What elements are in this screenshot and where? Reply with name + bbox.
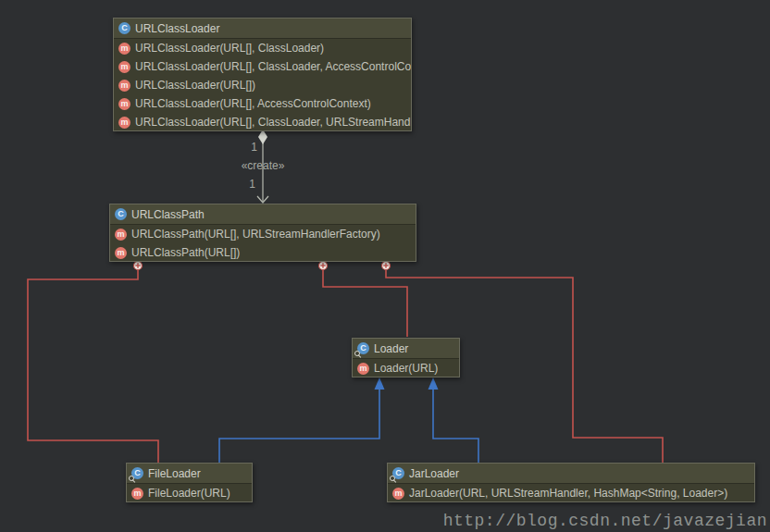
class-icon: C	[357, 342, 369, 354]
method-icon-letter: m	[120, 80, 128, 90]
method-icon-letter: m	[120, 99, 128, 108]
method-icon-letter: m	[359, 364, 366, 373]
method-signature: FileLoader(URL)	[148, 487, 230, 500]
class-header[interactable]: C JarLoader	[388, 464, 754, 484]
watermark: http://blog.csdn.net/javazejian	[443, 512, 767, 530]
method-icon: m	[115, 247, 127, 259]
class-node-fileloader[interactable]: C FileLoader m FileLoader(URL)	[126, 463, 253, 502]
diamond-icon	[258, 130, 267, 144]
method-signature: URLClassPath(URL[], URLStreamHandlerFact…	[131, 228, 380, 241]
method-icon-letter: m	[120, 118, 128, 127]
diagram-canvas: 1 «create» 1 C URLClassLoader m URLClass…	[0, 0, 770, 532]
edge-anchor-icon[interactable]	[319, 262, 328, 270]
method-icon: m	[115, 229, 127, 241]
class-name: JarLoader	[409, 467, 459, 480]
multiplicity-label: 1	[246, 141, 257, 154]
arrowhead-icon	[428, 377, 439, 390]
association-edge-loader[interactable]	[323, 270, 407, 337]
class-header[interactable]: C URLClassLoader	[114, 19, 411, 39]
package-private-key-icon	[354, 351, 360, 356]
method-icon: m	[118, 43, 130, 55]
method-row[interactable]: m Loader(URL)	[353, 359, 459, 377]
class-icon-letter: C	[360, 343, 366, 353]
method-icon-letter: m	[120, 62, 128, 71]
multiplicity-label: 1	[244, 178, 255, 191]
class-node-loader[interactable]: C Loader m Loader(URL)	[352, 338, 460, 377]
class-header[interactable]: C FileLoader	[127, 464, 252, 484]
method-row[interactable]: m URLClassLoader(URL[], ClassLoader)	[114, 39, 411, 57]
method-row[interactable]: m URLClassLoader(URL[], AccessControlCon…	[114, 94, 411, 113]
class-icon-letter: C	[121, 23, 128, 32]
class-header[interactable]: C URLClassPath	[110, 204, 416, 225]
package-private-key-icon	[390, 476, 395, 481]
method-signature: URLClassLoader(URL[], ClassLoader, Acces…	[135, 60, 412, 73]
create-stereotype-label: «create»	[226, 159, 300, 172]
package-private-key-icon	[129, 476, 134, 481]
method-signature: URLClassLoader(URL[])	[135, 79, 255, 92]
class-icon-letter: C	[118, 209, 124, 218]
method-signature: URLClassLoader(URL[], ClassLoader)	[135, 42, 324, 55]
method-row[interactable]: m FileLoader(URL)	[127, 484, 252, 502]
class-node-urlclassloader[interactable]: C URLClassLoader m URLClassLoader(URL[],…	[113, 18, 412, 131]
inheritance-edge-jarloader[interactable]	[428, 377, 479, 463]
method-icon-letter: m	[120, 43, 128, 53]
method-row[interactable]: m JarLoader(URL, URLStreamHandler, HashM…	[388, 484, 754, 502]
method-row[interactable]: m URLClassLoader(URL[])	[114, 76, 411, 94]
class-icon: C	[131, 467, 143, 479]
inheritance-edge-fileloader[interactable]	[219, 377, 385, 463]
method-icon: m	[118, 80, 130, 92]
method-icon: m	[118, 98, 130, 110]
method-signature: URLClassLoader(URL[], ClassLoader, URLSt…	[135, 116, 412, 129]
method-row[interactable]: m URLClassPath(URL[], URLStreamHandlerFa…	[110, 225, 416, 243]
method-icon: m	[392, 488, 404, 500]
method-signature: URLClassLoader(URL[], AccessControlConte…	[135, 97, 371, 110]
method-signature: URLClassPath(URL[])	[131, 246, 240, 259]
method-row[interactable]: m URLClassLoader(URL[], ClassLoader, Acc…	[114, 57, 411, 76]
class-icon: C	[118, 22, 130, 34]
arrowhead-icon	[375, 377, 385, 390]
class-name: URLClassLoader	[135, 22, 219, 35]
method-icon-letter: m	[117, 229, 124, 239]
class-icon-letter: C	[395, 468, 402, 477]
method-row[interactable]: m URLClassPath(URL[])	[110, 243, 416, 262]
method-icon-letter: m	[394, 489, 402, 498]
class-icon: C	[115, 208, 127, 220]
class-node-urlclasspath[interactable]: C URLClassPath m URLClassPath(URL[], URL…	[109, 204, 416, 262]
association-edge-fileloader[interactable]	[28, 270, 158, 463]
class-icon: C	[392, 467, 404, 479]
class-name: URLClassPath	[131, 208, 205, 221]
method-icon-letter: m	[133, 489, 141, 498]
method-icon: m	[357, 363, 369, 375]
method-icon: m	[131, 488, 143, 500]
method-signature: JarLoader(URL, URLStreamHandler, HashMap…	[409, 487, 727, 500]
class-header[interactable]: C Loader	[353, 339, 459, 359]
class-name: FileLoader	[148, 467, 201, 480]
method-icon: m	[118, 117, 130, 129]
method-icon-letter: m	[117, 248, 124, 257]
class-node-jarloader[interactable]: C JarLoader m JarLoader(URL, URLStreamHa…	[387, 463, 755, 502]
edge-anchor-icon[interactable]	[134, 262, 143, 270]
method-icon: m	[118, 61, 130, 73]
edge-anchor-icon[interactable]	[382, 262, 391, 270]
method-signature: Loader(URL)	[374, 362, 438, 375]
method-row[interactable]: m URLClassLoader(URL[], ClassLoader, URL…	[114, 113, 411, 131]
class-icon-letter: C	[134, 468, 141, 477]
class-name: Loader	[374, 342, 408, 355]
